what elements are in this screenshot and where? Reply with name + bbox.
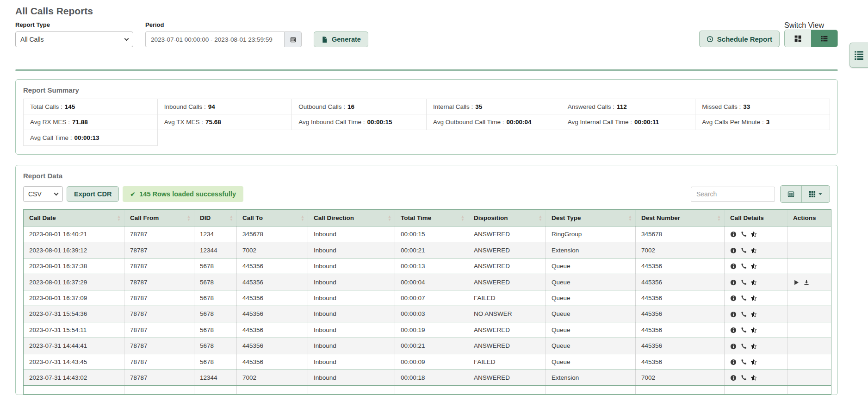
phone-icon[interactable] <box>740 231 747 238</box>
info-icon[interactable] <box>730 263 737 270</box>
table-row: 2023-07-31 15:54:11787875678445356Inboun… <box>24 322 831 338</box>
phone-icon[interactable] <box>740 375 747 381</box>
star-half-icon[interactable] <box>750 231 757 238</box>
column-header-call-direction[interactable]: Call Direction▲▼ <box>308 210 395 226</box>
phone-icon[interactable] <box>740 247 747 254</box>
side-panel-tab[interactable] <box>849 43 868 68</box>
cell-call-to: 445356 <box>237 322 308 338</box>
star-half-icon[interactable] <box>750 327 757 333</box>
cell-direction: Inbound <box>308 322 395 338</box>
view-controls: Schedule Report Switch View <box>699 21 838 47</box>
phone-icon[interactable] <box>740 263 747 270</box>
column-header-disposition[interactable]: Disposition▲▼ <box>468 210 546 226</box>
cell-dest-type: Queue <box>546 322 636 338</box>
export-format-select[interactable]: CSV <box>23 186 63 202</box>
star-half-icon[interactable] <box>750 343 757 350</box>
cell-did: 5678 <box>194 258 237 274</box>
phone-icon[interactable] <box>740 311 747 318</box>
generate-field: Generate <box>314 31 368 47</box>
star-half-icon[interactable] <box>750 295 757 301</box>
star-half-icon[interactable] <box>750 279 757 286</box>
info-icon[interactable] <box>730 375 737 381</box>
cell-dest-number: 445356 <box>636 306 725 322</box>
star-half-icon[interactable] <box>750 311 757 318</box>
cell-actions <box>787 258 831 274</box>
cell-dest-number: 7002 <box>636 370 725 385</box>
search-area <box>691 185 830 203</box>
phone-icon[interactable] <box>740 327 747 333</box>
export-cdr-button[interactable]: Export CDR <box>67 186 119 202</box>
cell-dest-number: 345678 <box>636 226 725 242</box>
summary-value: 35 <box>475 103 482 110</box>
period-input[interactable] <box>145 31 284 47</box>
info-icon[interactable] <box>730 343 737 350</box>
report-type-field: Report Type All Calls <box>15 21 133 47</box>
calendar-icon <box>290 36 297 43</box>
cell-call-details <box>725 386 787 395</box>
column-label: Call Date <box>29 214 56 221</box>
star-half-icon[interactable] <box>750 375 757 381</box>
phone-icon[interactable] <box>740 295 747 301</box>
cell-dest-number: 445356 <box>636 338 725 354</box>
cell-dest-type: RingGroup <box>546 226 636 242</box>
summary-value: 00:00:11 <box>634 119 659 126</box>
phone-icon[interactable] <box>740 343 747 350</box>
column-header-did[interactable]: DID▲▼ <box>194 210 237 226</box>
column-header-call-to[interactable]: Call To▲▼ <box>237 210 308 226</box>
calendar-button[interactable] <box>284 31 302 47</box>
column-header-actions: Actions <box>787 210 831 226</box>
cell-call-from: 78787 <box>124 242 194 258</box>
column-header-call-from[interactable]: Call From▲▼ <box>124 210 194 226</box>
schedule-report-button[interactable]: Schedule Report <box>699 31 780 47</box>
table-view-button[interactable] <box>781 186 801 202</box>
sort-icon: ▲▼ <box>628 215 632 221</box>
cell-call-from: 78787 <box>124 258 194 274</box>
star-half-icon[interactable] <box>750 247 757 254</box>
cell-call-details <box>725 242 787 258</box>
list-view-button[interactable] <box>811 30 837 47</box>
play-icon[interactable] <box>793 279 800 286</box>
grid-view-button[interactable] <box>785 30 811 47</box>
report-type-select[interactable]: All Calls <box>15 31 133 47</box>
star-half-icon[interactable] <box>750 359 757 365</box>
column-header-call-date[interactable]: Call Date▲▼ <box>24 210 124 226</box>
cell-direction: Inbound <box>308 306 395 322</box>
info-icon[interactable] <box>730 247 737 254</box>
cell-call-from <box>124 386 194 395</box>
table-view-buttons <box>780 185 830 203</box>
generate-button[interactable]: Generate <box>314 31 368 47</box>
table-row: 2023-07-31 14:44:41787875678445356Inboun… <box>24 338 831 354</box>
column-header-total-time[interactable]: Total Time▲▼ <box>395 210 468 226</box>
cell-call-date: 2023-07-31 14:44:41 <box>24 338 124 354</box>
sort-icon: ▲▼ <box>461 215 465 221</box>
star-half-icon[interactable] <box>750 263 757 270</box>
info-icon[interactable] <box>730 311 737 318</box>
column-header-dest-number[interactable]: Dest Number▲▼ <box>636 210 725 226</box>
report-data-card: Report Data CSV Export CDR ✔ 145 Rows lo… <box>15 165 838 395</box>
search-input[interactable] <box>691 187 775 202</box>
file-icon <box>321 36 328 43</box>
column-header-dest-type[interactable]: Dest Type▲▼ <box>546 210 636 226</box>
cell-call-date: 2023-07-31 15:54:11 <box>24 322 124 338</box>
phone-icon[interactable] <box>740 359 747 365</box>
info-icon[interactable] <box>730 231 737 238</box>
sort-icon: ▲▼ <box>187 215 191 221</box>
cell-call-to: 445356 <box>237 274 308 290</box>
info-icon[interactable] <box>730 359 737 365</box>
cell-call-to: 445356 <box>237 338 308 354</box>
column-label: Dest Type <box>552 214 581 221</box>
cell-dest-number: 445356 <box>636 258 725 274</box>
cell-call-date: 2023-07-31 14:43:45 <box>24 354 124 370</box>
info-icon[interactable] <box>730 295 737 301</box>
column-label: Total Time <box>401 214 431 221</box>
info-icon[interactable] <box>730 327 737 333</box>
summary-label: Internal Calls : <box>433 103 473 110</box>
phone-icon[interactable] <box>740 279 747 286</box>
info-icon[interactable] <box>730 279 737 286</box>
columns-menu-button[interactable] <box>801 186 830 202</box>
cell-total-time: 00:00:04 <box>395 274 468 290</box>
download-icon[interactable] <box>803 279 810 286</box>
table-row: 2023-07-31 15:54:36787875678445356Inboun… <box>24 306 831 322</box>
table-row: 2023-07-31 14:43:45787875678445356Inboun… <box>24 354 831 370</box>
cell-did: 5678 <box>194 306 237 322</box>
